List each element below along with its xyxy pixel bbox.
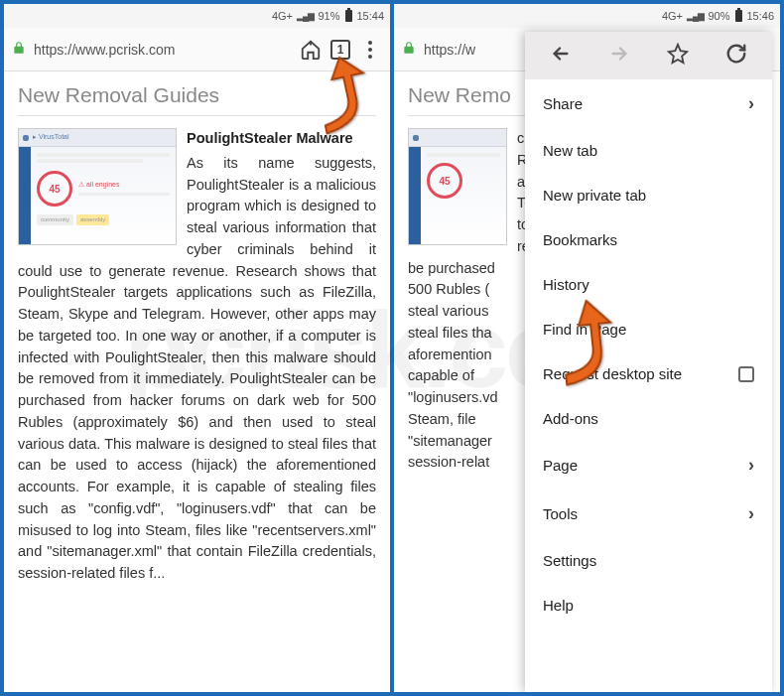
status-bar: 4G+ ▂▄▆ 90% 15:46 <box>394 4 780 28</box>
menu-item-new-private-tab[interactable]: New private tab <box>525 173 772 217</box>
battery-icon <box>345 10 352 22</box>
signal-icon: ▂▄▆ <box>297 11 314 21</box>
article-thumb[interactable]: 45 <box>408 128 507 245</box>
chevron-right-icon: › <box>748 503 754 524</box>
page-content: New Removal Guides ▸ VirusTotal 45 ⚠ all… <box>4 71 390 692</box>
menu-panel: Share›New tabNew private tabBookmarksHis… <box>525 32 772 692</box>
menu-item-tools[interactable]: Tools› <box>525 489 772 538</box>
menu-item-label: New tab <box>543 142 597 159</box>
menu-item-label: Bookmarks <box>543 231 617 248</box>
menu-icon[interactable] <box>358 38 382 62</box>
home-icon[interactable] <box>299 38 323 62</box>
reload-icon[interactable] <box>722 43 750 70</box>
menu-item-label: Request desktop site <box>543 365 682 382</box>
lock-icon <box>402 41 416 58</box>
tab-count[interactable]: 1 <box>330 40 350 60</box>
menu-item-label: Add-ons <box>543 410 598 427</box>
chevron-right-icon: › <box>748 93 754 114</box>
screen-left: 4G+ ▂▄▆ 91% 15:44 https://www.pcrisk.com… <box>4 4 390 692</box>
menu-item-label: History <box>543 276 589 293</box>
signal-icon: ▂▄▆ <box>687 11 704 21</box>
menu-item-find-in-page[interactable]: Find in Page <box>525 307 772 351</box>
menu-item-label: Share <box>543 95 583 112</box>
browser-bar: https://www.pcrisk.com 1 <box>4 28 390 71</box>
menu-items: Share›New tabNew private tabBookmarksHis… <box>525 79 772 692</box>
battery-pct: 91% <box>318 10 339 22</box>
menu-item-new-tab[interactable]: New tab <box>525 128 772 173</box>
screen-right: 4G+ ▂▄▆ 90% 15:46 https://w New Remo 45 … <box>394 4 780 692</box>
star-icon[interactable] <box>664 43 692 70</box>
menu-item-label: Help <box>543 597 574 614</box>
article: ▸ VirusTotal 45 ⚠ all engines community <box>18 128 376 585</box>
menu-item-request-desktop-site[interactable]: Request desktop site <box>525 351 772 396</box>
page-title: New Removal Guides <box>18 83 376 116</box>
status-bar: 4G+ ▂▄▆ 91% 15:44 <box>4 4 390 28</box>
menu-nav <box>525 32 772 79</box>
menu-item-label: Page <box>543 457 578 474</box>
article-thumb[interactable]: ▸ VirusTotal 45 ⚠ all engines community <box>18 128 177 245</box>
clock: 15:46 <box>746 10 774 22</box>
menu-item-bookmarks[interactable]: Bookmarks <box>525 217 772 262</box>
menu-item-settings[interactable]: Settings <box>525 538 772 583</box>
thumb-score: 45 <box>37 171 72 207</box>
net-label: 4G+ <box>662 10 683 22</box>
menu-item-label: Find in Page <box>543 321 626 338</box>
battery-icon <box>735 10 742 22</box>
forward-icon <box>605 43 633 70</box>
menu-item-label: New private tab <box>543 187 646 204</box>
menu-item-label: Tools <box>543 505 578 522</box>
clock: 15:44 <box>356 10 384 22</box>
url-text[interactable]: https://www.pcrisk.com <box>34 42 291 58</box>
lock-icon <box>12 41 26 58</box>
thumb-score: 45 <box>427 163 462 199</box>
chevron-right-icon: › <box>748 455 754 476</box>
menu-item-share[interactable]: Share› <box>525 79 772 128</box>
menu-item-add-ons[interactable]: Add-ons <box>525 396 772 441</box>
battery-pct: 90% <box>708 10 729 22</box>
menu-item-history[interactable]: History <box>525 262 772 307</box>
menu-item-label: Settings <box>543 552 596 569</box>
menu-item-page[interactable]: Page› <box>525 441 772 489</box>
menu-item-help[interactable]: Help <box>525 583 772 627</box>
net-label: 4G+ <box>272 10 293 22</box>
checkbox-icon[interactable] <box>738 366 754 382</box>
back-icon[interactable] <box>547 43 575 70</box>
